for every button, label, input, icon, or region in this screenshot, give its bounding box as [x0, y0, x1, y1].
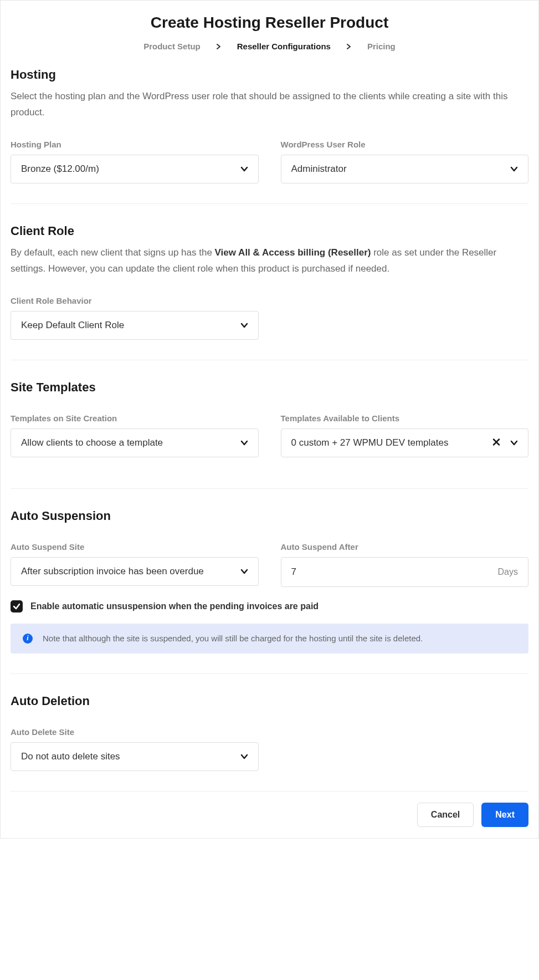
divider	[11, 673, 528, 674]
select-auto-delete-site[interactable]: Do not auto delete sites	[11, 742, 259, 771]
divider	[11, 791, 528, 792]
label-templates-available: Templates Available to Clients	[281, 414, 529, 423]
breadcrumb-step-product-setup[interactable]: Product Setup	[143, 42, 201, 51]
select-value: Bronze ($12.00/m)	[21, 164, 233, 175]
label-hosting-plan: Hosting Plan	[11, 140, 259, 149]
chevron-down-icon	[510, 165, 518, 173]
close-icon[interactable]	[492, 437, 500, 448]
input-auto-suspend-after[interactable]: Days	[281, 557, 529, 587]
label-auto-suspend-after: Auto Suspend After	[281, 542, 529, 552]
section-title-auto-suspension: Auto Suspension	[11, 509, 528, 523]
select-value: Allow clients to choose a template	[21, 437, 233, 448]
chevron-down-icon	[240, 568, 248, 575]
chevron-down-icon	[510, 439, 518, 447]
select-hosting-plan[interactable]: Bronze ($12.00/m)	[11, 155, 259, 183]
divider	[11, 203, 528, 204]
select-templates-available[interactable]: 0 custom + 27 WPMU DEV templates	[281, 428, 529, 457]
checkbox-label: Enable automatic unsuspension when the p…	[30, 601, 319, 611]
footer-actions: Cancel Next	[1, 803, 538, 827]
chevron-right-icon	[346, 44, 352, 49]
checkbox-enable-unsuspension[interactable]	[11, 600, 23, 612]
desc-text: By default, each new client that signs u…	[11, 247, 215, 258]
select-wp-user-role[interactable]: Administrator	[281, 155, 529, 183]
label-auto-suspend-site: Auto Suspend Site	[11, 542, 259, 552]
breadcrumb-step-reseller-config[interactable]: Reseller Configurations	[237, 42, 331, 51]
section-title-auto-deletion: Auto Deletion	[11, 694, 528, 708]
label-client-role-behavior: Client Role Behavior	[11, 296, 259, 305]
select-client-role-behavior[interactable]: Keep Default Client Role	[11, 311, 259, 340]
chevron-down-icon	[240, 321, 248, 329]
select-value: Do not auto delete sites	[21, 751, 233, 762]
label-auto-delete-site: Auto Delete Site	[11, 727, 259, 737]
info-note: i Note that although the site is suspend…	[11, 624, 528, 654]
info-icon: i	[23, 634, 33, 644]
select-value: Administrator	[291, 164, 504, 175]
breadcrumb: Product Setup Reseller Configurations Pr…	[1, 42, 538, 68]
auto-suspend-days-input[interactable]	[291, 566, 498, 578]
page-title: Create Hosting Reseller Product	[1, 1, 538, 42]
select-templates-on-creation[interactable]: Allow clients to choose a template	[11, 428, 259, 457]
chevron-down-icon	[240, 165, 248, 173]
label-templates-on-creation: Templates on Site Creation	[11, 414, 259, 423]
section-title-hosting: Hosting	[11, 68, 528, 82]
chevron-down-icon	[240, 753, 248, 760]
breadcrumb-step-pricing[interactable]: Pricing	[367, 42, 396, 51]
divider	[11, 488, 528, 489]
checkbox-row-unsuspension[interactable]: Enable automatic unsuspension when the p…	[11, 600, 528, 612]
section-title-site-templates: Site Templates	[11, 380, 528, 395]
select-value: After subscription invoice has been over…	[21, 566, 233, 577]
divider	[11, 360, 528, 360]
next-button[interactable]: Next	[481, 803, 528, 827]
chevron-right-icon	[216, 44, 222, 49]
cancel-button[interactable]: Cancel	[417, 803, 474, 827]
select-value: Keep Default Client Role	[21, 320, 233, 331]
page-container: Create Hosting Reseller Product Product …	[0, 0, 539, 839]
section-desc-client-role: By default, each new client that signs u…	[11, 245, 528, 277]
select-auto-suspend-site[interactable]: After subscription invoice has been over…	[11, 557, 259, 586]
chevron-down-icon	[240, 439, 248, 447]
desc-bold: View All & Access billing (Reseller)	[215, 247, 371, 258]
unit-suffix: Days	[498, 567, 518, 577]
label-wp-user-role: WordPress User Role	[281, 140, 529, 149]
section-title-client-role: Client Role	[11, 224, 528, 238]
note-text: Note that although the site is suspended…	[43, 634, 423, 643]
section-desc-hosting: Select the hosting plan and the WordPres…	[11, 89, 528, 121]
select-value: 0 custom + 27 WPMU DEV templates	[291, 437, 484, 448]
